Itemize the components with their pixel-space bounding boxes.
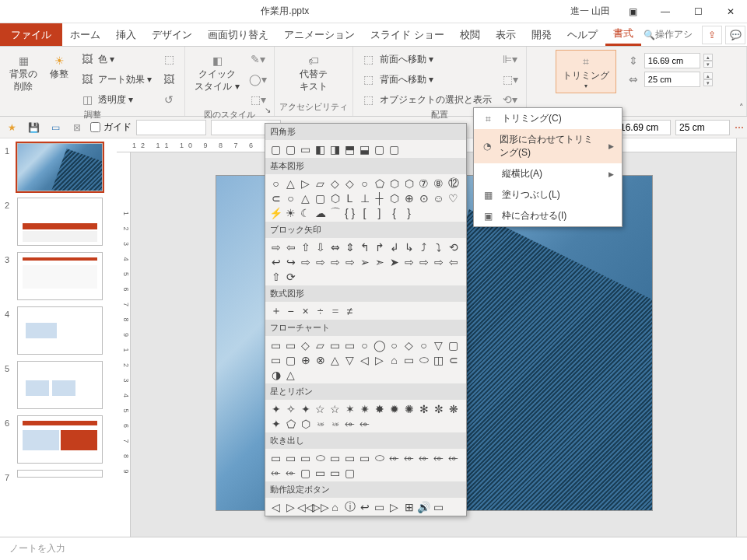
remove-background-button[interactable]: ▦ 背景の 削除 (5, 50, 42, 109)
shape-option[interactable]: ▢ (387, 142, 402, 156)
shape-option[interactable]: ⇨ (328, 254, 342, 269)
shape-option[interactable]: ☺ (431, 191, 446, 205)
shape-option[interactable]: ▷▷ (313, 499, 328, 514)
qat-height[interactable]: 16.69 cm (616, 120, 671, 135)
crop-menu-fit[interactable]: ▣枠に合わせる(I) (474, 205, 622, 226)
shape-option[interactable]: ÷ (313, 303, 328, 318)
tab-design[interactable]: デザイン (144, 23, 200, 46)
shape-option[interactable]: ⇕ (342, 240, 357, 254)
shape-option[interactable]: [ (357, 205, 372, 220)
shape-option[interactable]: ◁ (357, 352, 372, 367)
tab-review[interactable]: 校閲 (452, 23, 488, 46)
shape-option[interactable]: ○ (283, 191, 298, 205)
shape-option[interactable]: ⇨ (431, 254, 446, 269)
shape-option[interactable]: ↩ (268, 254, 283, 269)
shape-option[interactable]: ⌂ (328, 499, 342, 514)
shape-option[interactable]: ✦ (268, 401, 283, 416)
shape-option[interactable]: ▭ (328, 465, 342, 480)
shape-option[interactable]: ▭ (342, 338, 357, 352)
shape-option[interactable]: ┼ (372, 191, 387, 205)
reset-picture-button[interactable]: ↺ (158, 90, 180, 109)
shape-option[interactable]: ⌒ (328, 205, 342, 220)
shape-option[interactable]: △ (298, 191, 313, 205)
height-value[interactable]: 16.69 cm (644, 53, 700, 68)
qat-more-icon[interactable]: ⋯ (735, 122, 744, 133)
shape-option[interactable]: ↩ (357, 499, 372, 514)
picture-border-button[interactable]: ✎▾ (247, 50, 269, 68)
shape-option[interactable]: ▱ (313, 338, 328, 352)
shape-option[interactable]: ⬰ (357, 416, 372, 431)
shape-option[interactable]: ⇩ (313, 240, 328, 254)
shape-option[interactable]: △ (283, 367, 298, 382)
shape-option[interactable]: ⌂ (387, 352, 402, 367)
shape-option[interactable]: ☾ (298, 205, 313, 220)
scrollbar-vertical[interactable] (736, 138, 747, 537)
shape-option[interactable]: ▭ (402, 352, 416, 367)
dialog-launcher-icon[interactable]: ↘ (265, 106, 271, 114)
shape-option[interactable]: ⬡ (387, 191, 402, 205)
shape-option[interactable]: ⊕ (298, 352, 313, 367)
shape-option[interactable]: ◨ (328, 142, 342, 156)
shape-option[interactable]: ⚡ (268, 205, 283, 220)
shape-option[interactable]: ⟲ (446, 240, 461, 254)
shape-option[interactable]: ⬰ (268, 465, 283, 480)
shape-option[interactable]: ◇ (342, 176, 357, 191)
shape-option[interactable]: ↱ (372, 240, 387, 254)
height-spin-down[interactable]: ▾ (703, 61, 713, 68)
shape-option[interactable]: ☆ (328, 401, 342, 416)
shape-option[interactable]: L (342, 191, 357, 205)
close-icon[interactable]: ✕ (714, 0, 747, 23)
shape-option[interactable]: ○ (357, 338, 372, 352)
qat-width[interactable]: 25 cm (675, 120, 730, 135)
tab-view[interactable]: 表示 (488, 23, 524, 46)
shape-option[interactable]: ⬰ (283, 465, 298, 480)
shape-option[interactable]: ✸ (372, 401, 387, 416)
thumb-slide-4[interactable] (17, 306, 103, 355)
group-button[interactable]: ⬚▾ (500, 70, 521, 89)
shape-option[interactable]: ✶ (342, 401, 357, 416)
shape-option[interactable]: ⊗ (313, 352, 328, 367)
maximize-icon[interactable]: ☐ (682, 0, 714, 23)
tab-slideshow[interactable]: スライド ショー (363, 23, 452, 46)
shape-option[interactable]: ⤵ (431, 240, 446, 254)
thumb-slide-6[interactable] (17, 415, 103, 464)
shape-option[interactable]: ⬭ (372, 450, 387, 465)
shape-option[interactable]: ◁ (268, 499, 283, 514)
tab-animations[interactable]: アニメーション (276, 23, 363, 46)
shape-option[interactable]: ▷ (283, 499, 298, 514)
shape-option[interactable]: ⑫ (446, 176, 461, 191)
width-value[interactable]: 25 cm (644, 72, 700, 87)
tab-home[interactable]: ホーム (62, 23, 108, 46)
shape-option[interactable]: ♡ (446, 191, 461, 205)
shape-option[interactable]: ◇ (298, 338, 313, 352)
shape-option[interactable]: ✺ (402, 401, 416, 416)
qat-input-1[interactable] (136, 120, 206, 135)
shape-option[interactable]: ◧ (313, 142, 328, 156)
shape-option[interactable]: ○ (387, 338, 402, 352)
shape-option[interactable]: ⬒ (342, 142, 357, 156)
crop-button[interactable]: ⌗ トリミング ▾ (556, 50, 616, 93)
shape-option[interactable]: ⊕ (402, 191, 416, 205)
shape-option[interactable]: ▢ (313, 191, 328, 205)
shape-option[interactable]: ➤ (387, 254, 402, 269)
thumb-slide-5[interactable] (17, 361, 103, 409)
tab-format[interactable]: 書式 (605, 23, 641, 46)
shape-option[interactable]: ✷ (357, 401, 372, 416)
shape-option[interactable]: ⬓ (357, 142, 372, 156)
shape-option[interactable]: ▽ (342, 352, 357, 367)
shape-option[interactable]: ▭ (298, 142, 313, 156)
share-icon[interactable]: ⇪ (702, 26, 722, 44)
shape-option[interactable]: ⎃ (328, 416, 342, 431)
alt-text-button[interactable]: 🏷 代替テ キスト (295, 50, 332, 96)
shape-option[interactable]: ▢ (298, 465, 313, 480)
shape-option[interactable]: ▽ (431, 338, 446, 352)
artistic-effects-button[interactable]: 🖼アート効果 ▾ (76, 70, 155, 89)
shape-option[interactable]: ⬭ (313, 450, 328, 465)
shape-option[interactable]: ▭ (268, 450, 283, 465)
tab-developer[interactable]: 開発 (524, 23, 559, 46)
shape-option[interactable]: ⤴ (416, 240, 431, 254)
shape-option[interactable]: ✼ (431, 401, 446, 416)
height-spin-up[interactable]: ▴ (703, 54, 713, 61)
shape-option[interactable]: ◇ (328, 176, 342, 191)
shape-option[interactable]: ▭ (328, 450, 342, 465)
